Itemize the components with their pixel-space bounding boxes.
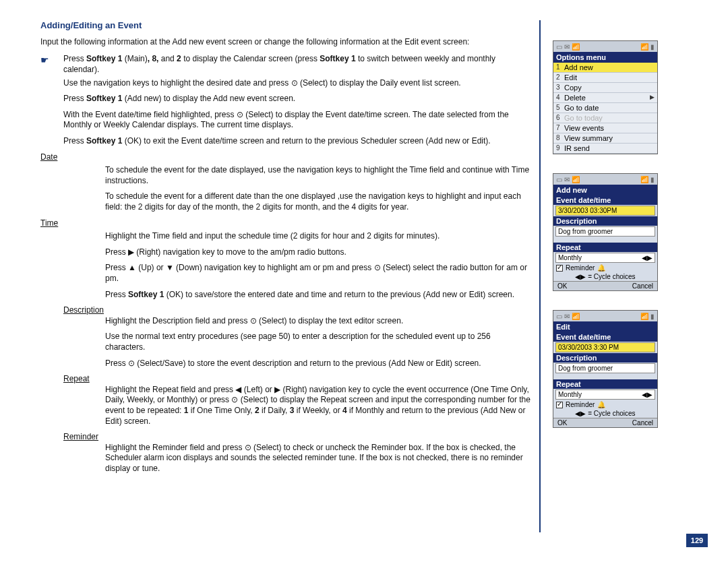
main-content: Adding/Editing an Event Input the follow… <box>40 20 533 532</box>
date-section: Date <box>40 152 533 163</box>
phone-add-new: ▭ ✉ 📶📶 ▮ Add new Event date/time 3/30/20… <box>553 173 658 291</box>
softkey-cancel-p3[interactable]: Cancel <box>632 419 653 427</box>
event-datetime-label: Event date/time <box>553 195 657 205</box>
vertical-divider <box>539 20 541 532</box>
reminder-checkbox[interactable] <box>556 265 563 272</box>
date-line1: To schedule the event for the date displ… <box>105 165 533 186</box>
repeat-field-p3[interactable]: Monthly◀▶ <box>555 389 655 400</box>
repeat-text: Highlight the Repeat field and press ◀ (… <box>105 385 533 427</box>
page-number: 129 <box>686 534 708 547</box>
date-label: Date <box>40 152 63 163</box>
time-section: Time <box>40 218 533 229</box>
desc-line3: Press ⊙ (Select/Save) to store the event… <box>105 358 533 369</box>
repeat-label-p2: Repeat <box>553 243 657 252</box>
time-line4: Press Softkey 1 (OK) to save/store the e… <box>105 290 533 301</box>
pointer-icon: ☛ <box>40 54 63 75</box>
phone-options-menu: ▭ ✉ 📶📶 ▮ Options menu 1Add new 2Edit 3Co… <box>553 40 658 154</box>
menu-delete[interactable]: 4Delete▶ <box>553 93 657 103</box>
step-ok: Press Softkey 1 (OK) to exit the Event d… <box>63 136 533 147</box>
reminder-section: Reminder <box>63 432 533 443</box>
menu-goto-date[interactable]: 5Go to date <box>553 103 657 113</box>
repeat-field-p2[interactable]: Monthly◀▶ <box>555 253 655 263</box>
time-line3: Press ▲ (Up) or ▼ (Down) navigation key … <box>105 263 533 284</box>
step-nav: Use the navigation keys to highlight the… <box>63 78 533 89</box>
phone1-title: Options menu <box>553 52 657 63</box>
status-bar: ▭ ✉ 📶📶 ▮ <box>553 174 657 185</box>
bell-icon: 🔔 <box>597 401 605 408</box>
reminder-label: Reminder <box>63 432 98 441</box>
softkey-ok-p3[interactable]: OK <box>557 419 567 427</box>
menu-view-events[interactable]: 7View events <box>553 123 657 133</box>
phone2-title: Add new <box>553 185 657 195</box>
softkey-cancel[interactable]: Cancel <box>632 282 653 290</box>
description-label-p3: Description <box>553 353 657 363</box>
description-field-p3[interactable]: Dog from groomer <box>555 363 655 373</box>
menu-view-summary[interactable]: 8View summary <box>553 133 657 144</box>
menu-copy[interactable]: 3Copy <box>553 83 657 93</box>
reminder-row-p2[interactable]: Reminder🔔 <box>553 263 657 272</box>
time-line2: Press ▶ (Right) navigation key to move t… <box>105 247 533 258</box>
desc-line2: Use the normal text entry procedures (se… <box>105 332 533 352</box>
reminder-text: Highlight the Reminder field and press ⊙… <box>105 443 533 474</box>
menu-ir-send[interactable]: 9IR send <box>553 144 657 154</box>
cycle-hint-p3: ◀▶ = Cycle choices <box>553 409 657 418</box>
bell-icon: 🔔 <box>597 264 605 272</box>
bullet-text: Press Softkey 1 (Main), 8, and 2 to disp… <box>63 54 533 75</box>
event-datetime-field[interactable]: 3/30/2003 03:30PM <box>555 206 655 216</box>
section-heading: Adding/Editing an Event <box>40 20 533 32</box>
intro-text: Input the following information at the A… <box>40 37 533 48</box>
reminder-checkbox-p3[interactable] <box>556 402 563 408</box>
time-label: Time <box>40 218 63 229</box>
date-line2: To schedule the event for a different da… <box>105 191 533 212</box>
repeat-section: Repeat <box>63 374 533 385</box>
repeat-label-p3: Repeat <box>553 379 657 389</box>
description-section: Description <box>63 305 533 316</box>
event-datetime-field-p3[interactable]: 03/30/2003 3:30 PM <box>555 342 655 352</box>
main-bullet: ☛ Press Softkey 1 (Main), 8, and 2 to di… <box>40 54 533 75</box>
menu-goto-today: 6Go to today <box>553 113 657 123</box>
reminder-row-p3[interactable]: Reminder🔔 <box>553 400 657 409</box>
description-label: Description <box>63 305 104 315</box>
event-datetime-label-p3: Event date/time <box>553 332 657 342</box>
sidebar-screenshots: ▭ ✉ 📶📶 ▮ Options menu 1Add new 2Edit 3Co… <box>553 20 674 532</box>
menu-add-new[interactable]: 1Add new <box>553 63 657 73</box>
softkeys-p2: OK Cancel <box>553 281 657 290</box>
status-bar: ▭ ✉ 📶📶 ▮ <box>553 311 657 321</box>
softkeys-p3: OK Cancel <box>553 418 657 427</box>
description-field-p2[interactable]: Dog from groomer <box>555 226 655 237</box>
cycle-hint-p2: ◀▶ = Cycle choices <box>553 272 657 281</box>
desc-line1: Highlight the Description field and pres… <box>105 316 533 327</box>
menu-edit[interactable]: 2Edit <box>553 73 657 83</box>
step-datetime: With the Event date/time field highlight… <box>63 110 533 131</box>
description-label-p2: Description <box>553 216 657 226</box>
softkey-ok[interactable]: OK <box>557 282 567 290</box>
phone-edit: ▭ ✉ 📶📶 ▮ Edit Event date/time 03/30/2003… <box>553 310 658 428</box>
step-addnew: Press Softkey 1 (Add new) to display the… <box>63 94 533 104</box>
phone3-title: Edit <box>553 321 657 332</box>
status-bar: ▭ ✉ 📶📶 ▮ <box>553 41 657 52</box>
time-line1: Highlight the Time field and input the s… <box>105 231 533 242</box>
repeat-label: Repeat <box>63 374 90 383</box>
